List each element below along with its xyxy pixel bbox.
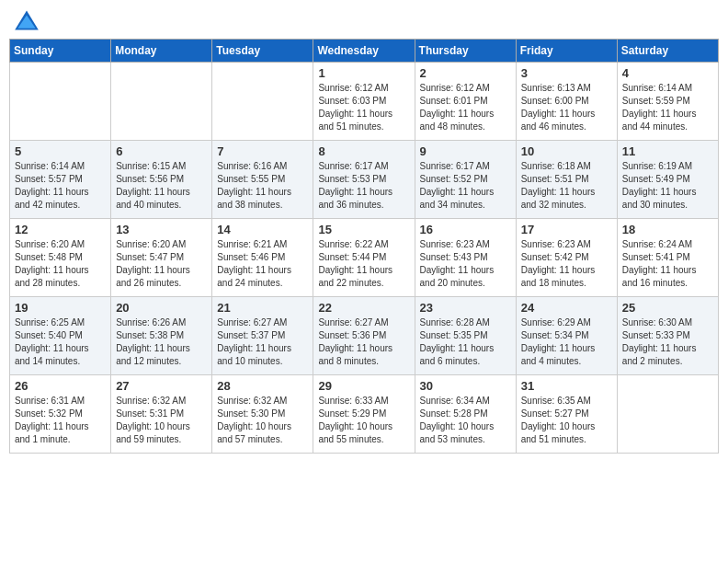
day-number: 5 xyxy=(15,144,106,158)
day-detail: Sunrise: 6:23 AMSunset: 5:43 PMDaylight:… xyxy=(420,238,511,290)
day-detail: Sunrise: 6:24 AMSunset: 5:41 PMDaylight:… xyxy=(622,238,713,290)
day-detail: Sunrise: 6:26 AMSunset: 5:38 PMDaylight:… xyxy=(116,316,207,368)
day-number: 11 xyxy=(622,144,713,158)
day-detail: Sunrise: 6:32 AMSunset: 5:30 PMDaylight:… xyxy=(217,395,308,446)
weekday-header-thursday: Thursday xyxy=(415,40,516,63)
day-detail: Sunrise: 6:35 AMSunset: 5:27 PMDaylight:… xyxy=(521,395,612,446)
day-detail: Sunrise: 6:12 AMSunset: 6:01 PMDaylight:… xyxy=(420,82,511,133)
calendar-cell: 9Sunrise: 6:17 AMSunset: 5:52 PMDaylight… xyxy=(415,141,516,219)
day-detail: Sunrise: 6:27 AMSunset: 5:37 PMDaylight:… xyxy=(217,316,308,368)
calendar-cell: 5Sunrise: 6:14 AMSunset: 5:57 PMDaylight… xyxy=(10,141,111,219)
day-number: 18 xyxy=(622,223,713,236)
day-number: 19 xyxy=(15,301,106,315)
day-number: 21 xyxy=(217,301,308,315)
day-number: 31 xyxy=(521,379,612,393)
logo-icon xyxy=(13,9,40,31)
calendar-cell: 2Sunrise: 6:12 AMSunset: 6:01 PMDaylight… xyxy=(415,63,516,141)
day-number: 23 xyxy=(420,301,511,315)
day-detail: Sunrise: 6:19 AMSunset: 5:49 PMDaylight:… xyxy=(622,160,713,212)
day-detail: Sunrise: 6:22 AMSunset: 5:44 PMDaylight:… xyxy=(318,238,409,290)
day-number: 27 xyxy=(116,379,207,393)
day-detail: Sunrise: 6:20 AMSunset: 5:47 PMDaylight:… xyxy=(116,238,207,290)
logo xyxy=(13,9,44,31)
calendar-cell: 29Sunrise: 6:33 AMSunset: 5:29 PMDayligh… xyxy=(313,375,415,454)
day-detail: Sunrise: 6:17 AMSunset: 5:52 PMDaylight:… xyxy=(420,160,511,212)
calendar-cell: 3Sunrise: 6:13 AMSunset: 6:00 PMDaylight… xyxy=(516,63,617,141)
calendar-cell: 28Sunrise: 6:32 AMSunset: 5:30 PMDayligh… xyxy=(212,375,313,454)
calendar-cell xyxy=(10,63,111,141)
day-detail: Sunrise: 6:25 AMSunset: 5:40 PMDaylight:… xyxy=(15,316,106,368)
day-number: 14 xyxy=(217,223,308,236)
day-number: 9 xyxy=(420,144,511,158)
day-detail: Sunrise: 6:14 AMSunset: 5:59 PMDaylight:… xyxy=(622,82,713,133)
day-number: 3 xyxy=(521,66,612,80)
calendar-cell: 10Sunrise: 6:18 AMSunset: 5:51 PMDayligh… xyxy=(516,141,617,219)
calendar-cell: 4Sunrise: 6:14 AMSunset: 5:59 PMDaylight… xyxy=(617,63,718,141)
calendar-cell: 24Sunrise: 6:29 AMSunset: 5:34 PMDayligh… xyxy=(516,297,617,375)
weekday-header-wednesday: Wednesday xyxy=(313,40,415,63)
calendar-cell: 6Sunrise: 6:15 AMSunset: 5:56 PMDaylight… xyxy=(111,141,212,219)
day-number: 8 xyxy=(318,144,409,158)
day-number: 1 xyxy=(318,66,409,80)
weekday-header-tuesday: Tuesday xyxy=(212,40,313,63)
calendar-cell: 12Sunrise: 6:20 AMSunset: 5:48 PMDayligh… xyxy=(10,219,111,297)
calendar-cell: 20Sunrise: 6:26 AMSunset: 5:38 PMDayligh… xyxy=(111,297,212,375)
calendar-cell: 25Sunrise: 6:30 AMSunset: 5:33 PMDayligh… xyxy=(617,297,718,375)
day-number: 29 xyxy=(318,379,409,393)
day-number: 25 xyxy=(622,301,713,315)
day-number: 17 xyxy=(521,223,612,236)
day-detail: Sunrise: 6:33 AMSunset: 5:29 PMDaylight:… xyxy=(318,395,409,446)
calendar-cell: 16Sunrise: 6:23 AMSunset: 5:43 PMDayligh… xyxy=(415,219,516,297)
day-number: 12 xyxy=(15,223,106,236)
weekday-header-friday: Friday xyxy=(516,40,617,63)
day-detail: Sunrise: 6:30 AMSunset: 5:33 PMDaylight:… xyxy=(622,316,713,368)
calendar-cell: 13Sunrise: 6:20 AMSunset: 5:47 PMDayligh… xyxy=(111,219,212,297)
day-number: 7 xyxy=(217,144,308,158)
day-detail: Sunrise: 6:23 AMSunset: 5:42 PMDaylight:… xyxy=(521,238,612,290)
calendar-cell: 14Sunrise: 6:21 AMSunset: 5:46 PMDayligh… xyxy=(212,219,313,297)
calendar-table: SundayMondayTuesdayWednesdayThursdayFrid… xyxy=(9,39,719,454)
day-detail: Sunrise: 6:29 AMSunset: 5:34 PMDaylight:… xyxy=(521,316,612,368)
day-detail: Sunrise: 6:17 AMSunset: 5:53 PMDaylight:… xyxy=(318,160,409,212)
calendar-cell: 8Sunrise: 6:17 AMSunset: 5:53 PMDaylight… xyxy=(313,141,415,219)
day-detail: Sunrise: 6:31 AMSunset: 5:32 PMDaylight:… xyxy=(15,395,106,446)
calendar-cell: 23Sunrise: 6:28 AMSunset: 5:35 PMDayligh… xyxy=(415,297,516,375)
day-number: 22 xyxy=(318,301,409,315)
day-number: 26 xyxy=(15,379,106,393)
day-detail: Sunrise: 6:12 AMSunset: 6:03 PMDaylight:… xyxy=(318,82,409,133)
calendar-cell: 30Sunrise: 6:34 AMSunset: 5:28 PMDayligh… xyxy=(415,375,516,454)
day-detail: Sunrise: 6:14 AMSunset: 5:57 PMDaylight:… xyxy=(15,160,106,212)
weekday-header-saturday: Saturday xyxy=(617,40,718,63)
calendar-cell xyxy=(617,375,718,454)
calendar-cell: 22Sunrise: 6:27 AMSunset: 5:36 PMDayligh… xyxy=(313,297,415,375)
day-number: 4 xyxy=(622,66,713,80)
calendar-cell: 18Sunrise: 6:24 AMSunset: 5:41 PMDayligh… xyxy=(617,219,718,297)
day-number: 30 xyxy=(420,379,511,393)
day-detail: Sunrise: 6:15 AMSunset: 5:56 PMDaylight:… xyxy=(116,160,207,212)
calendar-cell: 21Sunrise: 6:27 AMSunset: 5:37 PMDayligh… xyxy=(212,297,313,375)
day-number: 15 xyxy=(318,223,409,236)
day-detail: Sunrise: 6:32 AMSunset: 5:31 PMDaylight:… xyxy=(116,395,207,446)
calendar-cell: 1Sunrise: 6:12 AMSunset: 6:03 PMDaylight… xyxy=(313,63,415,141)
calendar-cell: 27Sunrise: 6:32 AMSunset: 5:31 PMDayligh… xyxy=(111,375,212,454)
calendar-cell xyxy=(111,63,212,141)
weekday-header-monday: Monday xyxy=(111,40,212,63)
calendar-cell: 26Sunrise: 6:31 AMSunset: 5:32 PMDayligh… xyxy=(10,375,111,454)
day-number: 10 xyxy=(521,144,612,158)
day-number: 16 xyxy=(420,223,511,236)
day-detail: Sunrise: 6:28 AMSunset: 5:35 PMDaylight:… xyxy=(420,316,511,368)
day-number: 6 xyxy=(116,144,207,158)
day-detail: Sunrise: 6:20 AMSunset: 5:48 PMDaylight:… xyxy=(15,238,106,290)
day-detail: Sunrise: 6:18 AMSunset: 5:51 PMDaylight:… xyxy=(521,160,612,212)
calendar-cell xyxy=(212,63,313,141)
day-detail: Sunrise: 6:13 AMSunset: 6:00 PMDaylight:… xyxy=(521,82,612,133)
day-number: 20 xyxy=(116,301,207,315)
day-detail: Sunrise: 6:21 AMSunset: 5:46 PMDaylight:… xyxy=(217,238,308,290)
day-number: 28 xyxy=(217,379,308,393)
calendar-cell: 31Sunrise: 6:35 AMSunset: 5:27 PMDayligh… xyxy=(516,375,617,454)
day-detail: Sunrise: 6:34 AMSunset: 5:28 PMDaylight:… xyxy=(420,395,511,446)
calendar-cell: 19Sunrise: 6:25 AMSunset: 5:40 PMDayligh… xyxy=(10,297,111,375)
weekday-header-sunday: Sunday xyxy=(10,40,111,63)
calendar-cell: 11Sunrise: 6:19 AMSunset: 5:49 PMDayligh… xyxy=(617,141,718,219)
day-detail: Sunrise: 6:27 AMSunset: 5:36 PMDaylight:… xyxy=(318,316,409,368)
